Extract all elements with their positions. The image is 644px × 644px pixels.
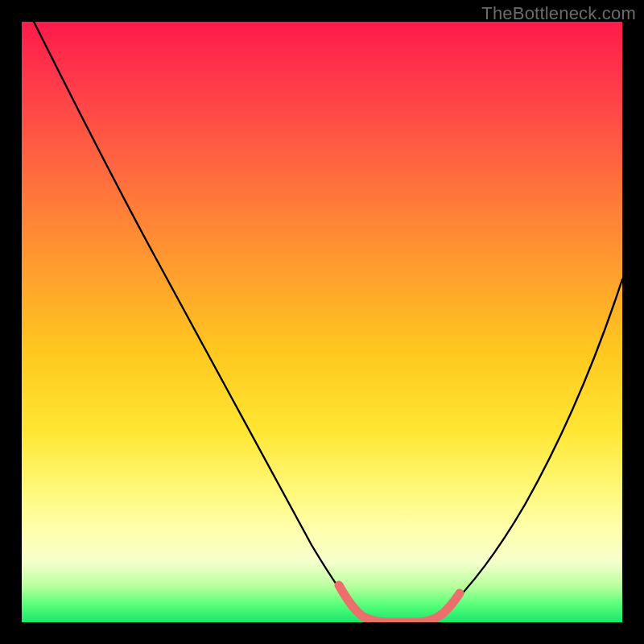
valley-marker <box>339 585 460 622</box>
bottleneck-curve <box>22 22 622 622</box>
plot-area <box>22 22 622 622</box>
chart-frame: TheBottleneck.com <box>0 0 644 644</box>
watermark-text: TheBottleneck.com <box>481 3 636 24</box>
curve-path <box>34 22 622 621</box>
